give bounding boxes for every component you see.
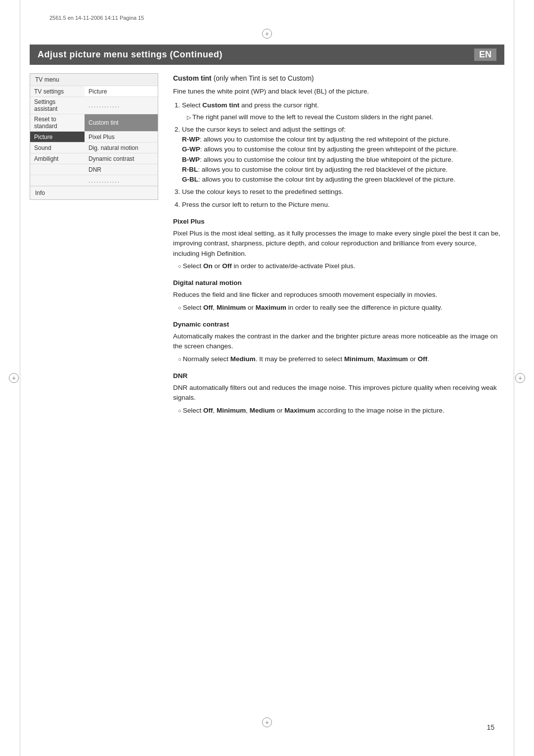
step-1-sub: The right panel will move to the left to… — [182, 112, 504, 122]
lang-badge: EN — [474, 48, 496, 61]
step-3: Use the colour keys to reset to the pred… — [182, 187, 504, 197]
digital-natural-motion-heading: Digital natural motion — [173, 278, 504, 288]
digital-natural-motion-body: Reduces the field and line flicker and r… — [173, 290, 504, 300]
pixel-plus-bullets: Select On or Off in order to activate/de… — [173, 261, 504, 271]
menu-item-info[interactable]: Info — [30, 186, 158, 199]
menu-item-reset-to-standard[interactable]: Reset to standard — [30, 114, 85, 131]
page-number: 15 — [487, 723, 494, 731]
menu-item-custom-tint[interactable]: Custom tint — [85, 114, 158, 131]
step-2: Use the cursor keys to select and adjust… — [182, 125, 504, 185]
step-1-sub-item: The right panel will move to the left to… — [187, 112, 504, 122]
menu-item-sound[interactable]: Sound — [30, 142, 85, 153]
dnr-body: DNR automatically filters out and reduce… — [173, 383, 504, 403]
menu-row: Sound Dig. natural motion — [30, 142, 158, 153]
pixel-plus-body: Pixel Plus is the most ideal setting, as… — [173, 229, 504, 259]
tv-menu-box: TV menu TV settings Picture Settings ass… — [30, 73, 158, 200]
step-1: Select Custom tint and press the cursor … — [182, 100, 504, 122]
dnr-bullets: Select Off, Minimum, Medium or Maximum a… — [173, 406, 504, 416]
custom-tint-heading: Custom tint (only when Tint is set to Cu… — [173, 73, 504, 84]
page-border-left — [20, 0, 20, 756]
menu-item-tv-settings[interactable]: TV settings — [30, 86, 85, 96]
main-content: TV menu TV settings Picture Settings ass… — [30, 73, 504, 707]
menu-item-empty-7 — [30, 175, 85, 186]
left-panel: TV menu TV settings Picture Settings ass… — [30, 73, 158, 707]
menu-row: Ambilight Dynamic contrast — [30, 153, 158, 164]
menu-item-picture-selected[interactable]: Picture — [30, 132, 85, 142]
section-pixel-plus: Pixel Plus Pixel Plus is the most ideal … — [173, 217, 504, 271]
dnr-bullet: Select Off, Minimum, Medium or Maximum a… — [178, 406, 504, 416]
section-dnr: DNR DNR automatically filters out and re… — [173, 371, 504, 416]
reg-mark-top — [262, 29, 272, 39]
menu-item-empty-6 — [30, 164, 85, 175]
menu-item-pixel-plus[interactable]: Pixel Plus — [85, 132, 158, 142]
dynamic-contrast-bullet: Normally select Medium. It may be prefer… — [178, 354, 504, 364]
dynamic-contrast-bullets: Normally select Medium. It may be prefer… — [173, 354, 504, 364]
menu-row: Reset to standard Custom tint — [30, 114, 158, 132]
step-4: Press the cursor left to return to the P… — [182, 200, 504, 210]
menu-item-dynamic-contrast[interactable]: Dynamic contrast — [85, 153, 158, 164]
digital-natural-motion-bullets: Select Off, Minimum or Maximum in order … — [173, 303, 504, 313]
digital-natural-motion-bullet: Select Off, Minimum or Maximum in order … — [178, 303, 504, 313]
menu-item-picture[interactable]: Picture — [85, 86, 158, 96]
menu-item-dnr[interactable]: DNR — [85, 164, 158, 175]
menu-item-ambilight[interactable]: Ambilight — [30, 153, 85, 164]
menu-row: ............ — [30, 175, 158, 186]
right-panel: Custom tint (only when Tint is set to Cu… — [168, 73, 504, 707]
reg-mark-left — [9, 373, 19, 383]
dynamic-contrast-heading: Dynamic contrast — [173, 320, 504, 330]
custom-tint-steps: Select Custom tint and press the cursor … — [173, 100, 504, 210]
section-digital-natural-motion: Digital natural motion Reduces the field… — [173, 278, 504, 313]
menu-row: DNR — [30, 164, 158, 175]
menu-dots-7: ............ — [85, 175, 158, 186]
tv-menu-title: TV menu — [30, 74, 158, 86]
menu-dots-1: ............ — [85, 97, 158, 114]
pixel-plus-heading: Pixel Plus — [173, 217, 504, 227]
title-bar: Adjust picture menu settings (Continued)… — [30, 45, 504, 65]
reg-mark-right — [515, 373, 525, 383]
menu-item-dig-natural-motion[interactable]: Dig. natural motion — [85, 142, 158, 153]
section-dynamic-contrast: Dynamic contrast Automatically makes the… — [173, 320, 504, 364]
page-border-right — [514, 0, 514, 756]
menu-row: Picture Pixel Plus — [30, 132, 158, 142]
menu-row: TV settings Picture — [30, 86, 158, 97]
menu-row: Settings assistant ............ — [30, 97, 158, 114]
dnr-heading: DNR — [173, 371, 504, 381]
dynamic-contrast-body: Automatically makes the contrast in the … — [173, 331, 504, 352]
page-title: Adjust picture menu settings (Continued) — [38, 49, 222, 60]
menu-item-settings-assistant[interactable]: Settings assistant — [30, 97, 85, 114]
header-meta: 2561.5 en 14-11-2006 14:11 Pagina 15 — [49, 15, 144, 21]
section-custom-tint: Custom tint (only when Tint is set to Cu… — [173, 73, 504, 210]
pixel-plus-bullet: Select On or Off in order to activate/de… — [178, 261, 504, 271]
reg-mark-bottom — [262, 717, 272, 727]
custom-tint-intro: Fine tunes the white point (WP) and blac… — [173, 87, 504, 96]
